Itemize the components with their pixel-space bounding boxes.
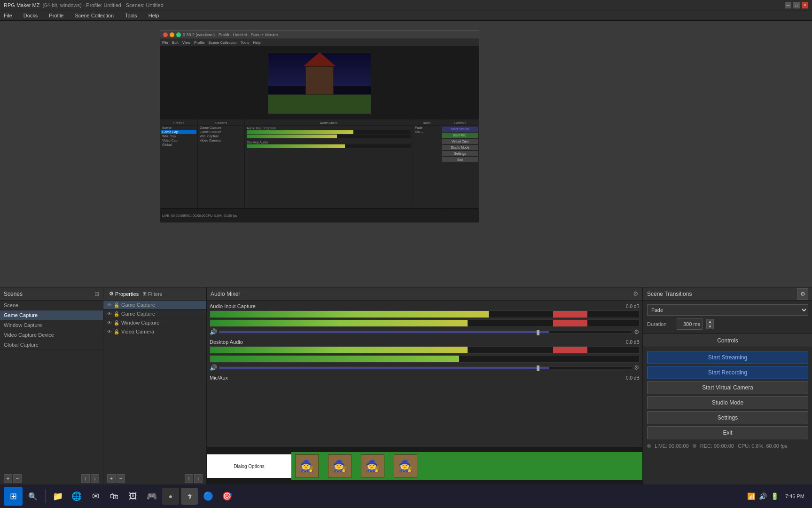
taskbar-edge[interactable]: 🌐 (68, 488, 85, 505)
scene-item-5[interactable]: Global Capture (0, 340, 103, 350)
source-1-visibility[interactable]: 👁 (107, 302, 112, 308)
source-1-lock[interactable]: 🔓 (114, 302, 119, 308)
scenes-panel-header: Scenes ⊟ (0, 287, 103, 301)
obs-scene-item-3[interactable]: Win. Cap. (161, 134, 196, 138)
settings-btn[interactable]: Settings (647, 411, 808, 424)
scene-item-2[interactable]: Game Capture (0, 310, 103, 320)
menu-tools[interactable]: Tools (123, 12, 139, 19)
menu-scene-collection[interactable]: Scene Collection (73, 12, 116, 19)
obs-scene-item-4[interactable]: Video Cap. (161, 138, 196, 143)
obs-virtual-btn[interactable]: Virtual Cam (442, 139, 478, 144)
mixer-channels: Audio Input Capture 0.0 dB 🔊 (207, 301, 642, 447)
source-row-4[interactable]: 👁 🔓 Video Camera (103, 327, 206, 336)
obs-exit-btn[interactable]: Exit (442, 157, 478, 162)
search-icon: 🔍 (28, 492, 38, 501)
obs-scene-item-1[interactable]: Scene (161, 126, 196, 130)
source-3-visibility[interactable]: 👁 (107, 320, 112, 325)
obs-menu-edit[interactable]: Edit (172, 40, 179, 45)
transitions-gear-btn[interactable]: ⚙ (797, 288, 808, 300)
source-row-3[interactable]: 👁 🔓 Window Capture (103, 318, 206, 327)
obs-scene-item-5[interactable]: Global (161, 143, 196, 147)
obs-maximize-dot[interactable] (176, 32, 181, 37)
duration-spinner: ▲ ▼ (706, 319, 714, 329)
obs-trans-item[interactable]: Fade (414, 126, 440, 130)
menu-file[interactable]: File (2, 12, 14, 19)
obs-rec-time: REC: 00:00:00 (184, 214, 205, 217)
obs-source-item-2[interactable]: Game Capture (199, 130, 243, 134)
transition-type-select[interactable]: Fade (647, 304, 808, 316)
obs-close-dot[interactable] (163, 32, 168, 37)
mix-ch1-meter-top (210, 310, 640, 318)
search-button[interactable]: 🔍 (24, 488, 41, 505)
taskbar-rpgmaker[interactable]: 🗡 (181, 488, 198, 505)
source-4-visibility[interactable]: 👁 (107, 329, 112, 334)
taskbar-store[interactable]: 🛍 (106, 488, 123, 505)
obs-menu-view[interactable]: View (182, 40, 190, 45)
mix-ch2-settings-btn[interactable]: ⚙ (634, 364, 640, 371)
start-streaming-btn[interactable]: Start Streaming (647, 351, 808, 364)
obs-menu-scene-col[interactable]: Scene Collection (209, 40, 237, 45)
taskbar-game[interactable]: 🎮 (143, 488, 160, 505)
mix-ch2-slider[interactable] (219, 366, 632, 369)
mix-ch1-fill (219, 331, 549, 333)
scenes-panel-title: Scenes (4, 291, 23, 297)
taskbar-steam[interactable]: 🎯 (219, 488, 235, 505)
scenes-minimize-btn[interactable]: ⊟ (94, 291, 99, 297)
obs-source-item-4[interactable]: Video Camera (199, 138, 243, 143)
source-row-2[interactable]: 👁 🔓 Game Capture (103, 310, 206, 318)
obs-menu-file[interactable]: File (162, 40, 168, 45)
source-3-lock[interactable]: 🔓 (114, 320, 119, 325)
source-row-1[interactable]: 👁 🔓 Game Capture (103, 301, 206, 310)
taskbar-photos[interactable]: 🖼 (125, 488, 141, 505)
obs-rec-btn[interactable]: Start Rec. (442, 133, 478, 138)
start-button[interactable]: ⊞ (4, 487, 23, 506)
obs-minimize-dot[interactable] (170, 32, 174, 37)
mix-ch3-top: Mic/Aux 0.0 dB (210, 375, 640, 381)
start-recording-btn[interactable]: Start Recording (647, 366, 808, 379)
source-4-lock[interactable]: 🔓 (114, 329, 119, 334)
obs-studio-btn[interactable]: Studio Mode (442, 145, 478, 150)
tray-battery[interactable]: 🔋 (770, 492, 780, 501)
mix-ch1-slider[interactable] (219, 331, 632, 333)
minimize-button[interactable]: ─ (785, 2, 791, 8)
duration-up-btn[interactable]: ▲ (706, 319, 714, 324)
close-button[interactable]: ✕ (802, 2, 808, 8)
obs-bottom-bar: LIVE: 00:00:00 REC: 00:00:00 CPU: 0.8%, … (160, 208, 479, 222)
taskbar-obs[interactable]: ● (162, 488, 179, 505)
exit-btn[interactable]: Exit (647, 426, 808, 439)
menu-profile[interactable]: Profile (47, 12, 65, 19)
mix-ch1-settings-btn[interactable]: ⚙ (634, 328, 640, 335)
mixer-settings-btn[interactable]: ⚙ (633, 290, 639, 297)
obs-scene-item-2[interactable]: Game Cap. (161, 130, 196, 134)
obs-menu-help[interactable]: Help (253, 40, 260, 45)
taskbar-chrome[interactable]: 🔵 (200, 488, 217, 505)
system-clock[interactable]: 7:46 PM (781, 493, 808, 499)
duration-input[interactable] (677, 318, 703, 330)
source-2-lock[interactable]: 🔓 (114, 311, 119, 317)
mix-ch2-mute-btn[interactable]: 🔊 (210, 364, 217, 371)
mix-ch1-name: Audio Input Capture (210, 303, 256, 309)
obs-menu-profile[interactable]: Profile (194, 40, 205, 45)
filters-tab[interactable]: ⊞ Filters (141, 290, 164, 298)
scene-item-4[interactable]: Video Capture Device (0, 330, 103, 340)
obs-source-item-1[interactable]: Game Capture (199, 126, 243, 130)
tray-network[interactable]: 📶 (746, 492, 756, 501)
taskbar-mail[interactable]: ✉ (87, 488, 104, 505)
duration-down-btn[interactable]: ▼ (706, 324, 714, 329)
mix-ch1-mute-btn[interactable]: 🔊 (210, 328, 217, 335)
obs-menu-tools[interactable]: Tools (241, 40, 250, 45)
scene-item-3[interactable]: Window Capture (0, 320, 103, 330)
maximize-button[interactable]: □ (793, 2, 800, 8)
tray-volume[interactable]: 🔊 (758, 492, 768, 501)
start-virtual-camera-btn[interactable]: Start Virtual Camera (647, 381, 808, 394)
scene-item-1[interactable]: Scene (0, 301, 103, 310)
obs-stream-btn[interactable]: Start Stream (442, 127, 478, 132)
obs-settings-btn[interactable]: Settings (442, 151, 478, 156)
menu-docks[interactable]: Docks (22, 12, 40, 19)
studio-mode-btn[interactable]: Studio Mode (647, 396, 808, 409)
menu-help[interactable]: Help (147, 12, 161, 19)
obs-source-item-3[interactable]: Win. Capture (199, 134, 243, 138)
taskbar-explorer[interactable]: 📁 (49, 488, 66, 505)
properties-tab[interactable]: ⚙ Properties (107, 290, 141, 298)
source-2-visibility[interactable]: 👁 (107, 311, 112, 317)
